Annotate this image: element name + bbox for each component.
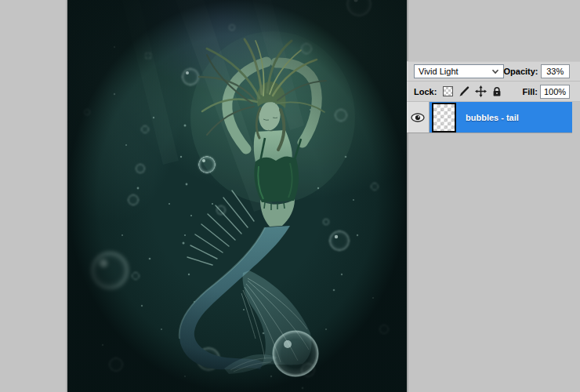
document-canvas[interactable] [66, 0, 408, 392]
layer-visibility-toggle[interactable] [407, 102, 430, 132]
fill-label: Fill: [522, 87, 538, 96]
blend-mode-value: Vivid Light [419, 67, 459, 76]
blend-mode-dropdown[interactable]: Vivid Light [414, 64, 504, 78]
opacity-label: Opacity: [504, 67, 538, 76]
lock-buttons [443, 85, 502, 97]
lock-position-move-icon[interactable] [475, 85, 487, 97]
mermaid-artwork [67, 0, 407, 392]
fill-value: 100% [544, 87, 566, 96]
blend-opacity-row: Vivid Light Opacity: 33% [407, 61, 580, 82]
eye-icon [411, 113, 425, 122]
lock-transparency-icon[interactable] [443, 85, 453, 97]
lock-label: Lock: [414, 87, 437, 96]
chevron-down-icon [491, 69, 499, 74]
lock-fill-row: Lock: [407, 82, 580, 102]
lock-all-padlock-icon[interactable] [492, 85, 502, 97]
vignette-overlay [67, 0, 407, 392]
selected-layer[interactable]: bubbles - tail [430, 102, 572, 132]
opacity-input[interactable]: 33% [541, 64, 570, 78]
layer-row[interactable]: bubbles - tail [407, 102, 572, 133]
layers-panel: Vivid Light Opacity: 33% Lock: [407, 61, 580, 133]
opacity-value: 33% [546, 67, 564, 76]
photoshop-workspace: Vivid Light Opacity: 33% Lock: [0, 0, 580, 392]
layer-name: bubbles - tail [466, 113, 519, 122]
layer-thumbnail[interactable] [432, 103, 456, 132]
fill-input[interactable]: 100% [540, 85, 570, 99]
lock-paint-brush-icon[interactable] [459, 85, 469, 97]
